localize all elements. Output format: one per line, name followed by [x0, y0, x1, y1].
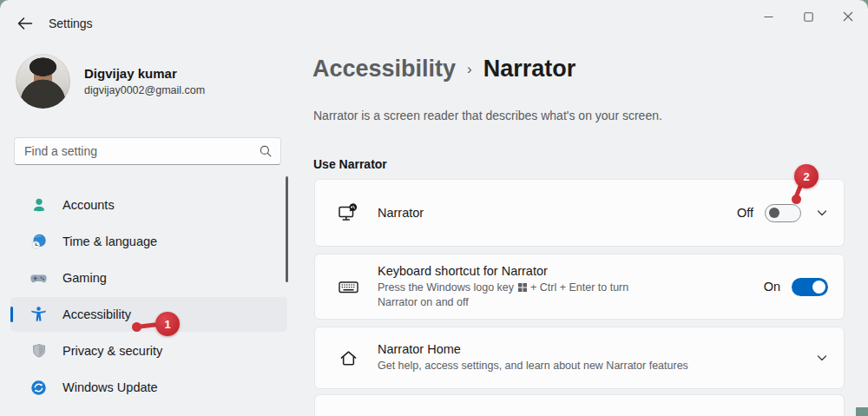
maximize-icon	[804, 12, 813, 22]
keyboard-shortcut-toggle[interactable]	[792, 278, 828, 296]
annotation-2-dot	[792, 195, 801, 204]
time-language-icon	[30, 233, 48, 251]
toggle-knob	[812, 281, 825, 294]
toggle-knob	[769, 208, 779, 218]
gaming-icon	[30, 269, 48, 287]
page-title: Narrator	[483, 56, 576, 83]
search-input[interactable]	[15, 144, 254, 158]
desktop-corner-sliver	[856, 407, 868, 416]
sidebar-item-label: Time & language	[62, 234, 157, 248]
sidebar-item-label: Gaming	[62, 271, 107, 285]
sidebar-item-privacy-security[interactable]: Privacy & security	[10, 333, 287, 368]
keyboard-shortcut-subtitle: Press the Windows logo key + Ctrl + Ente…	[378, 281, 664, 310]
home-icon	[336, 347, 360, 369]
breadcrumb: Accessibility › Narrator	[312, 56, 575, 83]
chevron-down-icon	[816, 352, 828, 364]
windows-update-icon	[30, 379, 48, 397]
sidebar-item-label: Privacy & security	[62, 344, 162, 358]
search-box[interactable]	[14, 137, 281, 165]
profile-name: Digvijay kumar	[84, 66, 205, 81]
sidebar-item-time-language[interactable]: Time & language	[10, 224, 287, 259]
narrator-title: Narrator	[378, 206, 737, 220]
back-arrow-icon	[16, 17, 33, 30]
windows-logo-icon	[518, 281, 527, 296]
section-title: Use Narrator	[313, 157, 387, 171]
back-button[interactable]	[14, 14, 35, 33]
main-content: Accessibility › Narrator Narrator is a s…	[312, 40, 868, 416]
search-icon[interactable]	[254, 144, 277, 158]
sidebar-nav: Accounts Time & language	[0, 186, 299, 406]
sidebar-item-label: Accessibility	[62, 307, 131, 321]
narrator-home-card[interactable]: Narrator Home Get help, access settings,…	[314, 327, 845, 389]
narrator-home-title: Narrator Home	[378, 342, 816, 356]
keyboard-shortcut-toggle-state: On	[764, 280, 780, 294]
keyboard-icon	[336, 275, 360, 299]
accessibility-icon	[30, 306, 48, 324]
page-description: Narrator is a screen reader that describ…	[313, 109, 662, 122]
breadcrumb-accessibility[interactable]: Accessibility	[312, 56, 456, 83]
settings-window: Settings Digvijay kumar	[0, 0, 868, 416]
window-title: Settings	[49, 17, 93, 30]
profile-email: digvijay0002@gmail.com	[84, 84, 205, 96]
minimize-icon	[764, 12, 773, 22]
window-controls	[748, 0, 868, 33]
sidebar: Digvijay kumar digvijay0002@gmail.com	[0, 40, 299, 416]
sidebar-item-windows-update[interactable]: Windows Update	[10, 370, 287, 405]
avatar	[16, 54, 70, 109]
maximize-button[interactable]	[788, 0, 828, 33]
accounts-icon	[30, 196, 48, 215]
annotation-1-badge: 1	[155, 312, 180, 336]
sidebar-item-label: Windows Update	[62, 380, 158, 394]
narrator-home-subtitle: Get help, access settings, and learn abo…	[378, 359, 742, 373]
narrator-toggle[interactable]	[765, 204, 801, 222]
close-button[interactable]	[828, 0, 868, 33]
narrator-icon	[336, 201, 360, 225]
breadcrumb-separator: ›	[467, 61, 472, 78]
narrator-home-expand-chevron[interactable]	[816, 352, 828, 364]
narrator-toggle-state: Off	[737, 206, 753, 220]
annotation-2-badge: 2	[794, 164, 819, 188]
close-icon	[843, 11, 853, 22]
sidebar-item-label: Accounts	[62, 198, 115, 212]
sidebar-item-accounts[interactable]: Accounts	[10, 188, 287, 222]
keyboard-shortcut-card[interactable]: Keyboard shortcut for Narrator Press the…	[314, 254, 845, 320]
annotation-1-dot	[132, 322, 141, 332]
sidebar-item-gaming[interactable]: Gaming	[10, 261, 287, 295]
narrator-expand-chevron[interactable]	[816, 207, 828, 219]
partial-card[interactable]	[314, 394, 845, 416]
profile-block[interactable]: Digvijay kumar digvijay0002@gmail.com	[16, 54, 205, 109]
minimize-button[interactable]	[748, 0, 788, 33]
chevron-down-icon	[816, 207, 828, 219]
privacy-security-icon	[30, 342, 48, 360]
narrator-card[interactable]: Narrator Off	[314, 179, 845, 247]
titlebar: Settings	[0, 0, 868, 40]
keyboard-shortcut-title: Keyboard shortcut for Narrator	[378, 264, 764, 278]
sidebar-scrollbar[interactable]	[286, 176, 288, 282]
